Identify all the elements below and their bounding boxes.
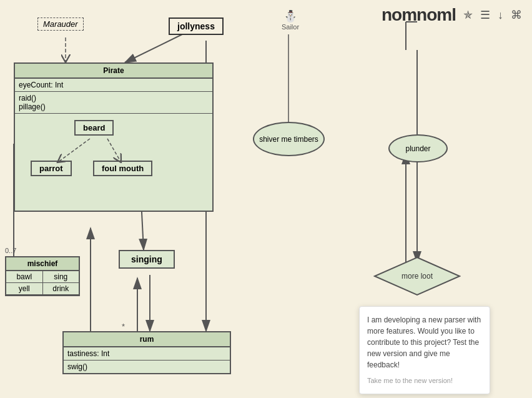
multiplicity-label: 0..7	[5, 247, 16, 254]
star-label: *	[122, 322, 125, 331]
header: nomnoml ✯ ☰ ↓ ⌘	[372, 0, 532, 30]
list-icon[interactable]: ☰	[480, 8, 490, 22]
pirate-class-header: Pirate	[15, 64, 212, 79]
marauder-label: Marauder	[43, 19, 78, 29]
mischief-header: mischief	[6, 257, 79, 271]
rum-method: swig()	[67, 362, 87, 371]
folder-icon[interactable]: ⌘	[511, 8, 522, 22]
rum-attributes: tastiness: Int	[64, 347, 230, 361]
pirate-methods: raid()pillage()	[15, 92, 212, 114]
pirate-class: Pirate eyeCount: Int raid()pillage() bea…	[14, 62, 214, 212]
svg-text:more loot: more loot	[401, 272, 433, 281]
svg-line-4	[125, 31, 189, 62]
more-loot-diamond: more loot	[373, 256, 461, 297]
singing-box: singing	[119, 250, 175, 269]
sailor-icon: ⛄	[275, 9, 306, 23]
app-title: nomnoml	[382, 5, 456, 25]
diagram-area: nomnoml ✯ ☰ ↓ ⌘ Marauder jollyness Pirat…	[0, 0, 532, 398]
key-icon[interactable]: ✯	[463, 8, 473, 22]
pirate-method-1: raid()pillage()	[19, 94, 46, 111]
marauder-box: Marauder	[37, 17, 84, 31]
mischief-table: mischief bawl sing yell drink	[5, 256, 80, 296]
pirate-attr-1: eyeCount: Int	[19, 81, 63, 89]
mischief-row-2: yell drink	[6, 283, 79, 295]
sailor-area: ⛄ Sailor	[275, 9, 306, 31]
parrot-box: parrot	[31, 161, 72, 176]
mischief-row-1: bawl sing	[6, 271, 79, 283]
rum-class: rum tastiness: Int swig()	[62, 331, 231, 374]
jollyness-box: jollyness	[169, 17, 224, 35]
rum-attr: tastiness: Int	[67, 349, 109, 358]
beard-box: beard	[74, 120, 114, 136]
foul-mouth-box: foul mouth	[93, 161, 152, 176]
plunder-ellipse: plunder	[388, 134, 448, 162]
tooltip-popup: I am developing a new parser with more f…	[359, 306, 490, 394]
tooltip-link[interactable]: Take me to the new version!	[367, 376, 482, 386]
shiver-me-timbers-ellipse: shiver me timbers	[253, 122, 325, 156]
download-icon[interactable]: ↓	[498, 9, 503, 22]
sailor-label: Sailor	[275, 23, 306, 31]
pirate-attributes: eyeCount: Int	[15, 79, 212, 92]
mischief-cell-bawl: bawl	[6, 271, 43, 283]
rum-class-header: rum	[64, 332, 230, 347]
mischief-cell-yell: yell	[6, 283, 43, 295]
mischief-cell-drink: drink	[43, 283, 79, 295]
rum-methods: swig()	[64, 361, 230, 373]
mischief-cell-sing: sing	[43, 271, 79, 283]
jollyness-label: jollyness	[177, 21, 215, 31]
tooltip-text: I am developing a new parser with more f…	[367, 316, 481, 369]
